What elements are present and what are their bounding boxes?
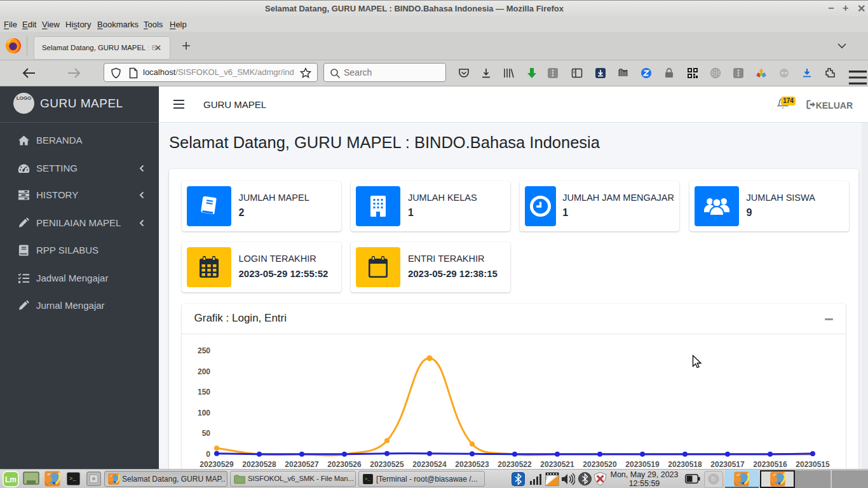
- svg-text:>_: >_: [69, 476, 76, 482]
- svg-text:20230519: 20230519: [625, 460, 660, 469]
- svg-text:Lm: Lm: [5, 475, 17, 484]
- svg-text:20230524: 20230524: [412, 460, 447, 469]
- svg-text:20230522: 20230522: [498, 460, 532, 469]
- svg-text:250: 250: [198, 346, 210, 355]
- svg-text:20230527: 20230527: [285, 460, 319, 469]
- svg-text:20230516: 20230516: [753, 460, 787, 469]
- svg-text:20230528: 20230528: [242, 460, 276, 469]
- svg-text:20230526: 20230526: [327, 460, 362, 469]
- svg-text:200: 200: [198, 367, 210, 376]
- svg-text:100: 100: [198, 409, 210, 417]
- svg-text:150: 150: [198, 388, 210, 396]
- svg-text:20230521: 20230521: [540, 460, 574, 469]
- svg-text:20230515: 20230515: [796, 460, 830, 469]
- svg-text:20230523: 20230523: [455, 460, 489, 469]
- svg-text:20230529: 20230529: [200, 460, 234, 469]
- svg-text:20230517: 20230517: [710, 460, 745, 469]
- svg-text:20230518: 20230518: [668, 460, 702, 469]
- svg-text:>_: >_: [365, 477, 370, 482]
- svg-text:20230520: 20230520: [583, 460, 617, 469]
- svg-text:20230525: 20230525: [370, 460, 404, 469]
- svg-text:0: 0: [206, 450, 210, 459]
- svg-text:50: 50: [202, 429, 211, 438]
